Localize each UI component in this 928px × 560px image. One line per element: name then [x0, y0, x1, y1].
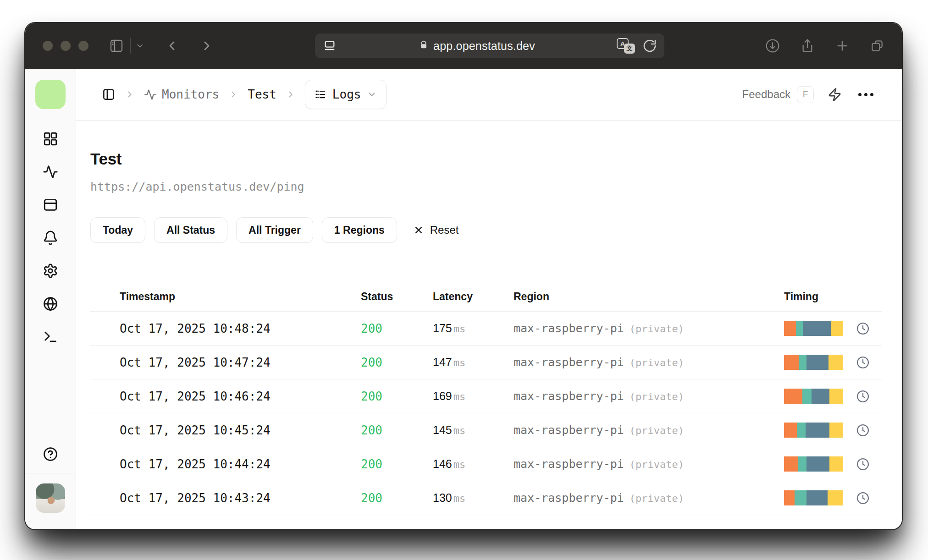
log-status-code: 200	[361, 423, 433, 437]
sidebar-toggle-icon[interactable]	[109, 38, 124, 53]
log-status-code: 200	[361, 322, 433, 335]
app-sidebar-toggle-icon[interactable]	[102, 88, 116, 101]
clock-icon	[856, 457, 870, 471]
page-menu-icon[interactable]	[322, 38, 337, 53]
log-region: max-raspberry-pi	[514, 457, 624, 471]
clock-icon	[856, 356, 870, 369]
breadcrumb-monitor-name[interactable]: Test	[248, 88, 276, 101]
view-selector-logs[interactable]: Logs	[305, 80, 387, 109]
more-options-button[interactable]	[856, 90, 876, 99]
log-region: max-raspberry-pi	[514, 491, 624, 505]
lock-icon	[419, 39, 429, 53]
domains-globe-icon[interactable]	[43, 296, 58, 312]
browser-titlebar: app.openstatus.dev A文	[25, 23, 902, 69]
log-region-note: (private)	[630, 391, 684, 402]
log-table-row[interactable]: Oct 17, 2025 10:46:24 200 169 ms max-ras…	[90, 379, 882, 413]
log-timestamp: Oct 17, 2025 10:44:24	[120, 457, 361, 471]
page-title: Test	[90, 150, 882, 168]
timing-waterfall-bar	[784, 355, 843, 370]
log-table-row[interactable]: Oct 17, 2025 10:43:24 200 130 ms max-ras…	[90, 481, 882, 515]
breadcrumb-monitors[interactable]: Monitors	[144, 88, 219, 101]
log-region-note: (private)	[630, 425, 684, 436]
log-latency-value: 169	[433, 390, 452, 403]
feedback-button[interactable]: Feedback F	[742, 86, 814, 103]
log-latency-unit: ms	[453, 493, 466, 504]
clock-icon	[856, 322, 870, 335]
log-region: max-raspberry-pi	[514, 356, 624, 369]
user-avatar[interactable]	[36, 483, 65, 513]
filter-trigger-button[interactable]: All Trigger	[236, 217, 313, 243]
status-pages-panel-icon[interactable]	[43, 197, 58, 213]
address-bar[interactable]: app.openstatus.dev A文	[315, 33, 664, 58]
log-table-row[interactable]: Oct 17, 2025 10:47:24 200 147 ms max-ras…	[90, 346, 882, 379]
back-icon[interactable]	[165, 38, 179, 53]
sidebar-divider	[25, 473, 76, 473]
timing-waterfall-bar	[784, 423, 843, 438]
timing-waterfall-bar	[784, 490, 843, 505]
filter-status-button[interactable]: All Status	[154, 217, 227, 243]
feedback-shortcut-badge: F	[797, 86, 814, 103]
list-icon	[315, 88, 326, 100]
help-circle-icon[interactable]	[43, 446, 58, 462]
translate-icon[interactable]: A文	[617, 38, 635, 54]
table-header-row: Timestamp Status Latency Region Timing	[90, 282, 882, 312]
logs-label: Logs	[332, 88, 361, 101]
log-region: max-raspberry-pi	[514, 423, 624, 437]
log-status-code: 200	[361, 390, 433, 403]
filter-regions-button[interactable]: 1 Regions	[322, 217, 397, 243]
reset-label: Reset	[430, 224, 459, 236]
log-table-row[interactable]: Oct 17, 2025 10:48:24 200 175 ms max-ras…	[90, 312, 882, 346]
log-latency-unit: ms	[453, 391, 466, 402]
divider	[130, 38, 131, 54]
sidebar-chevron-down-icon[interactable]	[135, 41, 144, 50]
notifications-bell-icon[interactable]	[43, 230, 58, 246]
clock-icon	[856, 423, 870, 437]
x-icon	[413, 225, 424, 236]
log-latency-unit: ms	[453, 323, 466, 335]
timing-waterfall-bar	[784, 321, 843, 336]
browser-window: app.openstatus.dev A文	[25, 23, 902, 529]
tab-overview-icon[interactable]	[870, 38, 884, 53]
timing-waterfall-bar	[784, 456, 843, 472]
logs-table: Timestamp Status Latency Region Timing O…	[90, 282, 882, 515]
downloads-icon[interactable]	[765, 38, 780, 53]
column-header-region: Region	[514, 291, 784, 303]
log-latency-unit: ms	[453, 459, 466, 470]
log-table-row[interactable]: Oct 17, 2025 10:44:24 200 146 ms max-ras…	[90, 447, 882, 481]
log-latency-value: 175	[433, 322, 452, 335]
monitor-endpoint-url: https://api.openstatus.dev/ping	[90, 180, 882, 193]
monitors-activity-icon[interactable]	[43, 164, 58, 180]
reset-filters-button[interactable]: Reset	[413, 224, 459, 236]
close-window-button[interactable]	[43, 41, 53, 51]
log-timestamp: Oct 17, 2025 10:43:24	[120, 491, 361, 505]
log-status-code: 200	[361, 356, 433, 369]
workspace-logo[interactable]	[35, 80, 66, 109]
log-region-note: (private)	[630, 459, 684, 470]
log-latency-unit: ms	[453, 357, 466, 368]
log-region: max-raspberry-pi	[514, 390, 624, 403]
log-timestamp: Oct 17, 2025 10:46:24	[120, 390, 361, 403]
new-tab-icon[interactable]	[835, 38, 850, 53]
dashboard-grid-icon[interactable]	[43, 131, 58, 147]
log-timestamp: Oct 17, 2025 10:48:24	[120, 322, 361, 335]
zoom-window-button[interactable]	[78, 41, 88, 51]
share-icon[interactable]	[800, 38, 815, 53]
log-status-code: 200	[361, 491, 433, 505]
cli-terminal-icon[interactable]	[43, 329, 58, 345]
command-zap-icon[interactable]	[828, 88, 842, 102]
reload-icon[interactable]	[642, 38, 657, 53]
log-table-row[interactable]: Oct 17, 2025 10:45:24 200 145 ms max-ras…	[90, 413, 882, 447]
settings-gear-icon[interactable]	[43, 263, 58, 279]
log-region: max-raspberry-pi	[514, 322, 624, 335]
chevron-right-icon	[125, 89, 135, 99]
breadcrumb-bar: Monitors Test Logs	[76, 69, 902, 121]
forward-icon[interactable]	[199, 38, 214, 53]
log-latency-value: 146	[433, 457, 452, 471]
feedback-label: Feedback	[742, 88, 790, 101]
minimize-window-button[interactable]	[61, 41, 71, 51]
chevron-down-icon	[367, 89, 377, 99]
activity-icon	[144, 88, 156, 101]
filter-period-button[interactable]: Today	[90, 217, 145, 243]
column-header-timestamp: Timestamp	[120, 291, 361, 303]
app-sidebar	[25, 69, 76, 529]
